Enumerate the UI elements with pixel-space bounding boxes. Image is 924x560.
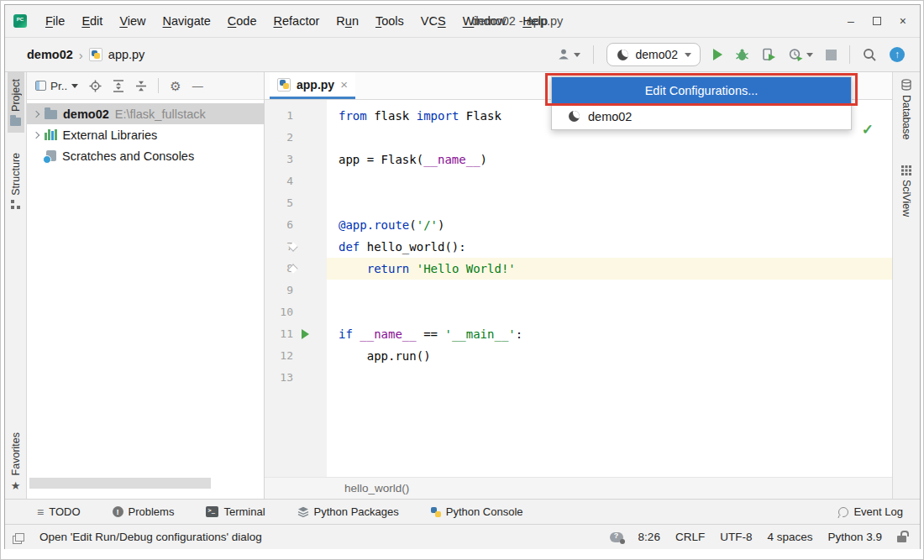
code-line[interactable]: 3app = Flask(__name__) [265, 149, 892, 170]
sidebar-item-database[interactable]: Database [898, 72, 915, 147]
update-available-icon[interactable]: ↑ [890, 47, 905, 62]
tab-app-py[interactable]: app.py × [270, 72, 355, 99]
code-line[interactable]: 13 [265, 367, 892, 389]
profiler-button[interactable] [789, 48, 813, 61]
terminal-label: Terminal [223, 505, 265, 518]
tool-button-problems[interactable]: Problems [113, 505, 175, 518]
gutter-marker[interactable] [293, 127, 327, 149]
menu-item-edit-configurations[interactable]: Edit Configurations... [552, 77, 851, 103]
editor-breadcrumb-label[interactable]: hello_world() [344, 482, 409, 495]
menu-code[interactable]: Code [221, 11, 264, 31]
indent-setting[interactable]: 4 spaces [767, 531, 812, 543]
line-separator[interactable]: CRLF [675, 531, 705, 543]
run-with-coverage-button[interactable] [762, 48, 776, 61]
line-number[interactable]: 9 [265, 280, 293, 301]
run-line-icon[interactable] [302, 329, 309, 339]
gutter-marker[interactable] [293, 170, 327, 192]
tool-button-python-console[interactable]: Python Console [431, 505, 523, 518]
inspections-ok-icon[interactable]: ✓ [862, 121, 874, 139]
code-line[interactable]: 7def hello_world(): [265, 236, 892, 258]
tree-item-demo02[interactable]: demo02 E:\flask_fullstack [27, 103, 264, 124]
caret-position[interactable]: 8:26 [638, 531, 660, 543]
code-line[interactable]: 5 [265, 192, 892, 214]
unlock-icon[interactable] [897, 536, 906, 542]
tree-item-external-libraries[interactable]: External Libraries [27, 124, 264, 145]
code-line[interactable]: 9 [265, 280, 892, 301]
code-line[interactable]: 11if __name__ == '__main__': [265, 323, 892, 345]
run-button[interactable] [713, 49, 722, 60]
gutter-marker[interactable] [293, 301, 327, 323]
horizontal-scrollbar[interactable] [29, 478, 211, 489]
line-number[interactable]: 2 [265, 127, 293, 149]
sidebar-item-project[interactable]: Project [8, 72, 24, 133]
tool-button-event-log[interactable]: Event Log [838, 505, 903, 518]
gutter-marker[interactable] [293, 192, 327, 214]
line-number[interactable]: 1 [265, 105, 293, 127]
tool-button-terminal[interactable]: Terminal [206, 505, 265, 518]
file-encoding[interactable]: UTF-8 [720, 531, 752, 543]
stop-button[interactable] [826, 50, 837, 60]
code-editor[interactable]: 1from flask import Flask23app = Flask(__… [265, 100, 892, 477]
menu-file[interactable]: File [39, 11, 71, 31]
gutter-marker[interactable] [293, 236, 327, 258]
locate-file-icon[interactable] [89, 80, 102, 92]
project-view-dropdown[interactable]: Pr.. [35, 80, 78, 92]
menu-item-demo02[interactable]: demo02 [552, 103, 851, 129]
expand-chevron-icon[interactable] [33, 110, 39, 117]
search-everywhere-button[interactable] [863, 48, 877, 62]
maximize-icon[interactable] [873, 17, 881, 25]
gutter-marker[interactable] [293, 214, 327, 236]
sidebar-item-sciview[interactable]: SciView [898, 159, 915, 223]
line-number[interactable]: 3 [265, 149, 293, 170]
gutter-marker[interactable] [293, 280, 327, 301]
expand-all-icon[interactable] [113, 80, 124, 92]
pycharm-logo-icon [13, 14, 27, 28]
menu-view[interactable]: View [113, 11, 152, 31]
line-number[interactable]: 12 [265, 345, 293, 367]
python-interpreter[interactable]: Python 3.9 [827, 531, 882, 543]
menu-tools[interactable]: Tools [369, 11, 411, 31]
gutter-marker[interactable] [293, 345, 327, 367]
code-line[interactable]: 8 return 'Hello World!' [265, 258, 892, 280]
code-line[interactable]: 6@app.route('/') [265, 214, 892, 236]
interpreter-warning-icon[interactable] [610, 532, 623, 542]
sidebar-item-favorites[interactable]: Favorites ★ [8, 426, 24, 499]
line-number[interactable]: 10 [265, 301, 293, 323]
minimize-icon[interactable]: – [848, 15, 854, 27]
menu-navigate[interactable]: Navigate [156, 11, 218, 31]
close-tab-icon[interactable]: × [340, 77, 348, 92]
sidebar-item-structure[interactable]: Structure [8, 146, 24, 216]
menu-run[interactable]: Run [329, 11, 365, 31]
gutter-marker[interactable] [293, 323, 327, 345]
code-line[interactable]: 10 [265, 301, 892, 323]
breadcrumb-file[interactable]: app.py [108, 48, 145, 61]
gutter-marker[interactable] [293, 105, 327, 127]
tab-label: app.py [297, 78, 334, 92]
tree-item-scratches[interactable]: Scratches and Consoles [27, 145, 264, 166]
expand-chevron-icon[interactable] [33, 131, 39, 138]
code-line[interactable]: 12 app.run() [265, 345, 892, 367]
debug-button[interactable] [735, 48, 749, 61]
code-with-me-button[interactable] [557, 48, 580, 61]
line-number[interactable]: 11 [265, 323, 293, 345]
menu-vcs[interactable]: VCS [414, 11, 453, 31]
line-number[interactable]: 13 [265, 367, 293, 389]
code-line[interactable]: 4 [265, 170, 892, 192]
project-panel-header: Pr.. ⚙ — [27, 72, 264, 100]
settings-gear-icon[interactable]: ⚙ [170, 80, 181, 92]
hide-panel-icon[interactable]: — [192, 81, 203, 92]
close-icon[interactable]: × [900, 15, 906, 27]
menu-edit[interactable]: Edit [75, 11, 109, 31]
tool-button-python-packages[interactable]: Python Packages [297, 505, 399, 518]
line-number[interactable]: 5 [265, 192, 293, 214]
collapse-all-icon[interactable] [135, 80, 147, 92]
tool-button-todo[interactable]: ≡ TODO [37, 505, 81, 519]
line-number[interactable]: 4 [265, 170, 293, 192]
gutter-marker[interactable] [293, 367, 327, 389]
gutter-marker[interactable] [293, 258, 327, 280]
line-number[interactable]: 6 [265, 214, 293, 236]
breadcrumb-project[interactable]: demo02 [27, 48, 73, 61]
menu-refactor[interactable]: Refactor [267, 11, 327, 31]
run-configuration-selector[interactable]: demo02 [606, 43, 701, 66]
gutter-marker[interactable] [293, 149, 327, 170]
